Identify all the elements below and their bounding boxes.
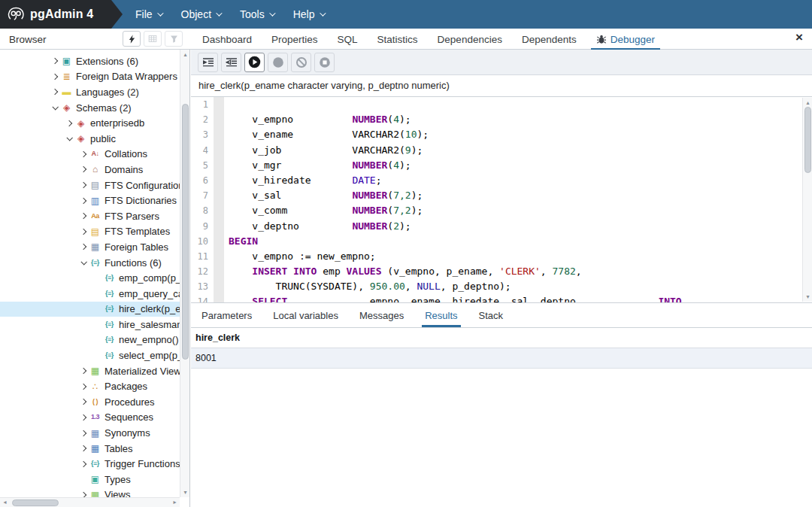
breakpoint-gutter[interactable] bbox=[214, 203, 224, 218]
line-number[interactable]: 8 bbox=[191, 203, 214, 218]
bottom-tab-local-variables[interactable]: Local variables bbox=[262, 303, 349, 327]
chevron-right-icon[interactable] bbox=[78, 229, 89, 234]
tree-item-foreign-tables[interactable]: ▦Foreign Tables bbox=[0, 239, 180, 255]
code-line[interactable]: 9 v_deptno NUMBER(2); bbox=[191, 219, 812, 234]
code-line[interactable]: 5 v_mgr NUMBER(4); bbox=[191, 158, 812, 173]
tree-item-collations[interactable]: A↓Collations bbox=[0, 147, 180, 162]
code-line[interactable]: 10BEGIN bbox=[191, 234, 812, 249]
chevron-right-icon[interactable] bbox=[50, 59, 60, 63]
breakpoint-gutter[interactable] bbox=[214, 219, 224, 234]
scroll-down-arrow-icon[interactable]: ▾ bbox=[180, 487, 190, 497]
code-line[interactable]: 14 SELECT empno, ename, hiredate, sal, d… bbox=[191, 294, 812, 302]
breakpoint-gutter[interactable] bbox=[214, 264, 224, 279]
breakpoint-gutter[interactable] bbox=[214, 294, 224, 302]
line-number[interactable]: 9 bbox=[191, 219, 214, 234]
tree-item-sequences[interactable]: 1.3Sequences bbox=[0, 410, 180, 426]
toggle-breakpoint-button[interactable] bbox=[314, 53, 335, 72]
tab-statistics[interactable]: Statistics bbox=[368, 29, 428, 50]
tab-sql[interactable]: SQL bbox=[328, 29, 368, 50]
line-number[interactable]: 4 bbox=[191, 143, 214, 158]
tree-item-schema-public[interactable]: ◈public bbox=[0, 131, 180, 147]
chevron-right-icon[interactable] bbox=[78, 183, 89, 187]
bottom-tab-stack[interactable]: Stack bbox=[468, 303, 514, 327]
chevron-down-icon[interactable] bbox=[64, 136, 74, 141]
editor-vertical-scrollbar-thumb[interactable] bbox=[804, 107, 811, 173]
line-number[interactable]: 2 bbox=[191, 112, 214, 127]
menu-tools[interactable]: Tools bbox=[240, 8, 274, 20]
code-line[interactable]: 4 v_job VARCHAR2(9); bbox=[191, 143, 812, 158]
tree-item-domains[interactable]: ⌂Domains bbox=[0, 162, 180, 178]
tab-dashboard[interactable]: Dashboard bbox=[192, 29, 262, 50]
code-line[interactable]: 6 v_hiredate DATE; bbox=[191, 173, 812, 188]
tree-item-materialized-views[interactable]: ▦Materialized Views bbox=[0, 363, 180, 379]
line-number[interactable]: 3 bbox=[191, 127, 214, 142]
tree-item-foreign-data-wrappers[interactable]: ≣Foreign Data Wrappers (2) bbox=[0, 69, 180, 85]
chevron-right-icon[interactable] bbox=[78, 415, 89, 420]
cancel-button[interactable] bbox=[291, 53, 311, 72]
chevron-right-icon[interactable] bbox=[78, 369, 89, 373]
tab-dependents[interactable]: Dependents bbox=[512, 29, 586, 50]
tree-item-fn-emp-query-cal[interactable]: {≡}emp_query_cal bbox=[0, 286, 180, 302]
tab-properties[interactable]: Properties bbox=[262, 29, 328, 50]
tree-item-trigger-functions[interactable]: {≡}Trigger Functions bbox=[0, 456, 180, 472]
query-tool-button[interactable] bbox=[123, 31, 141, 47]
tree-item-packages[interactable]: ∴Packages bbox=[0, 378, 180, 394]
breakpoint-gutter[interactable] bbox=[214, 143, 224, 158]
tree-item-fts-templates[interactable]: ▤FTS Templates bbox=[0, 224, 180, 240]
chevron-right-icon[interactable] bbox=[50, 90, 60, 94]
tree-item-tables[interactable]: ▦Tables bbox=[0, 441, 180, 457]
line-number[interactable]: 7 bbox=[191, 188, 214, 203]
step-over-button[interactable] bbox=[221, 53, 241, 72]
breakpoint-gutter[interactable] bbox=[214, 188, 224, 203]
chevron-right-icon[interactable] bbox=[64, 121, 74, 126]
tree-item-languages[interactable]: ▬Languages (2) bbox=[0, 84, 180, 100]
breakpoint-gutter[interactable] bbox=[214, 279, 224, 294]
bottom-tab-parameters[interactable]: Parameters bbox=[191, 303, 262, 327]
tree-item-fts-parsers[interactable]: AaFTS Parsers bbox=[0, 208, 180, 224]
breakpoint-gutter[interactable] bbox=[214, 97, 224, 112]
tree-vertical-scrollbar-thumb[interactable] bbox=[182, 104, 189, 360]
tree-item-schemas[interactable]: ◈Schemas (2) bbox=[0, 100, 180, 116]
tree-item-synonyms[interactable]: ▦Synonyms bbox=[0, 425, 180, 441]
chevron-right-icon[interactable] bbox=[78, 446, 89, 451]
chevron-right-icon[interactable] bbox=[78, 462, 89, 466]
line-number[interactable]: 12 bbox=[191, 264, 214, 279]
results-row[interactable]: 8001 bbox=[191, 348, 812, 369]
code-line[interactable]: 8 v_comm NUMBER(7,2); bbox=[191, 203, 812, 218]
line-number[interactable]: 10 bbox=[191, 234, 214, 249]
breakpoint-gutter[interactable] bbox=[214, 173, 224, 188]
tree-vertical-scrollbar[interactable]: ▴ ▾ bbox=[180, 50, 189, 497]
scroll-up-arrow-icon[interactable]: ▴ bbox=[180, 50, 190, 59]
code-line[interactable]: 1 bbox=[191, 97, 812, 112]
tree-horizontal-scrollbar-thumb[interactable] bbox=[12, 499, 59, 506]
breakpoint-gutter[interactable] bbox=[214, 234, 224, 249]
line-number[interactable]: 13 bbox=[191, 279, 214, 294]
chevron-right-icon[interactable] bbox=[78, 431, 89, 436]
line-number[interactable]: 11 bbox=[191, 249, 214, 264]
code-line[interactable]: 13 TRUNC(SYSDATE), 950.00, NULL, p_deptn… bbox=[191, 279, 812, 294]
tree-item-fn-hire-salesman[interactable]: {≡}hire_salesman( bbox=[0, 317, 180, 332]
tree-item-procedures[interactable]: ( )Procedures bbox=[0, 394, 180, 410]
chevron-right-icon[interactable] bbox=[78, 244, 89, 249]
tree-item-fts-dictionaries[interactable]: ▥FTS Dictionaries bbox=[0, 193, 180, 208]
tab-debugger[interactable]: Debugger bbox=[586, 29, 665, 50]
tree-item-fn-new-empno[interactable]: {≡}new_empno() bbox=[0, 332, 180, 348]
tree-item-fn-hire-clerk[interactable]: {≡}hire_clerk(p_en bbox=[0, 302, 180, 317]
code-line[interactable]: 11 v_empno := new_empno; bbox=[191, 249, 812, 264]
tree-item-schema-enterprisedb[interactable]: ◈enterprisedb bbox=[0, 115, 180, 131]
line-number[interactable]: 5 bbox=[191, 158, 214, 173]
breakpoint-gutter[interactable] bbox=[214, 127, 224, 142]
breakpoint-gutter[interactable] bbox=[214, 249, 224, 264]
code-line[interactable]: 12 INSERT INTO emp VALUES (v_empno, p_en… bbox=[191, 264, 812, 279]
step-into-button[interactable] bbox=[198, 53, 218, 72]
continue-button[interactable] bbox=[244, 53, 265, 72]
bottom-tab-results[interactable]: Results bbox=[414, 303, 468, 327]
code-line[interactable]: 7 v_sal NUMBER(7,2); bbox=[191, 188, 812, 203]
tree-item-extensions[interactable]: ▣Extensions (6) bbox=[0, 53, 180, 69]
code-line[interactable]: 3 v_ename VARCHAR2(10); bbox=[191, 127, 812, 142]
scroll-down-arrow-icon[interactable]: ▾ bbox=[803, 292, 812, 302]
tab-dependencies[interactable]: Dependencies bbox=[428, 29, 512, 50]
breakpoint-gutter[interactable] bbox=[214, 158, 224, 173]
chevron-right-icon[interactable] bbox=[78, 214, 89, 218]
editor-vertical-scrollbar[interactable]: ▴ ▾ bbox=[802, 98, 812, 302]
